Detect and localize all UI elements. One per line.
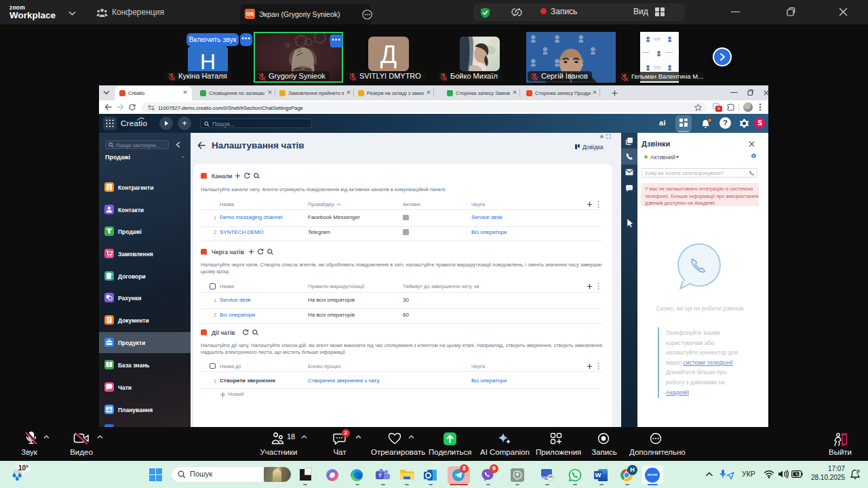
svg-text:W: W [595, 471, 601, 479]
svg-text:T: T [378, 472, 382, 479]
